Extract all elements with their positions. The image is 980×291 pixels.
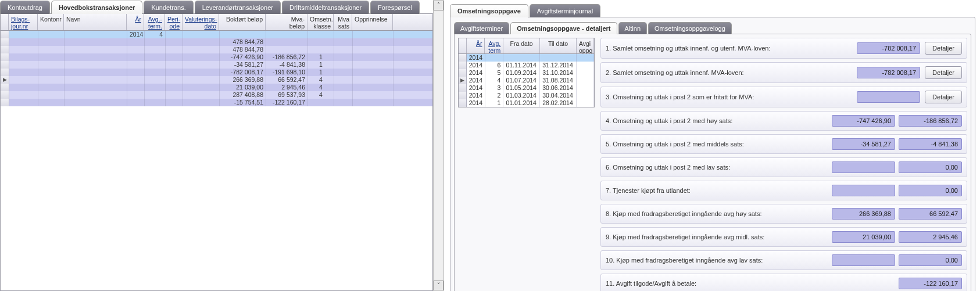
- detaljer-button[interactable]: Detaljer: [925, 42, 962, 55]
- detail-value-1: -782 008,17: [857, 67, 920, 78]
- detail-value-1: [832, 185, 895, 196]
- column-header[interactable]: Fra dato: [503, 38, 540, 53]
- detail-value-2: 0,00: [899, 185, 962, 196]
- detail-label: 8. Kjøp med fradragsberetiget inngående …: [606, 210, 828, 217]
- detail-value-2: 0,00: [899, 254, 962, 266]
- vat-detail-row: 7. Tjenester kjøpt fra utlandet: 0,00: [600, 181, 967, 200]
- vat-detail-row: 5. Omsetning og uttak i post 2 med midde…: [600, 134, 967, 154]
- detail-value-1: -782 008,17: [857, 42, 920, 54]
- subtab-omsetningsoppgave-detaljert[interactable]: Omsetningsoppgave - detaljert: [510, 22, 617, 34]
- vat-detail-row: 4. Omsetning og uttak i post 2 med høy s…: [600, 111, 967, 131]
- tab-kundetrans-[interactable]: Kundetrans.: [144, 1, 193, 14]
- vertical-scrollbar[interactable]: ˄ ˅: [434, 0, 444, 291]
- detail-value-1: [832, 161, 895, 173]
- detail-value-1: 21 039,00: [832, 231, 895, 243]
- right-top-tabs: OmsetningsoppgaveAvgiftsterminjournal: [450, 3, 975, 17]
- detaljer-button[interactable]: Detaljer: [925, 66, 962, 79]
- detail-value-2: -186 856,72: [899, 115, 962, 127]
- column-header[interactable]: Avg.-term.: [144, 14, 165, 30]
- detail-value-2: 66 592,47: [899, 208, 962, 220]
- detaljer-button[interactable]: Detaljer: [925, 91, 962, 103]
- column-header[interactable]: Mvasats: [334, 14, 352, 30]
- subtab-avgiftsterminer[interactable]: Avgiftsterminer: [454, 22, 509, 34]
- detail-value-2: -4 841,38: [899, 138, 962, 150]
- detail-label: 1. Samlet omsetning og uttak innenf. og …: [606, 45, 853, 52]
- detail-value-1: -34 581,27: [832, 138, 895, 150]
- vat-detail-list: 1. Samlet omsetning og uttak innenf. og …: [600, 38, 967, 291]
- detail-value-2: -122 160,17: [899, 278, 962, 289]
- column-header[interactable]: Mva-beløp: [266, 14, 307, 30]
- tab-omsetningsoppgave[interactable]: Omsetningsoppgave: [450, 4, 528, 17]
- table-row[interactable]: 20144: [1, 31, 432, 38]
- table-row[interactable]: -34 581,27-4 841,381: [1, 61, 432, 69]
- vat-detail-row: 3. Omsetning og uttak i post 2 som er fr…: [600, 87, 967, 107]
- ledger-grid: Bilags-jour.nrKontonrNavnÅrAvg.-term.Per…: [0, 13, 433, 291]
- detail-value-2: 0,00: [899, 161, 962, 173]
- vat-detail-row: 9. Kjøp med fradragsberetiget inngående …: [600, 227, 967, 247]
- column-header[interactable]: Omsetn.klasse: [307, 14, 334, 30]
- table-row[interactable]: 2014301.05.201430.06.2014: [459, 84, 594, 92]
- vat-detail-row: 11. Avgift tilgode/Avgift å betale:-122 …: [600, 274, 967, 291]
- column-header[interactable]: [1, 14, 9, 30]
- table-row[interactable]: 2014101.01.201428.02.2014: [459, 99, 594, 107]
- subtab-altinn[interactable]: Altinn: [618, 22, 648, 34]
- column-header[interactable]: Kontonr: [38, 14, 64, 30]
- vat-detail-row: 8. Kjøp med fradragsberetiget inngående …: [600, 204, 967, 224]
- table-row[interactable]: 2014501.09.201431.10.2014: [459, 69, 594, 77]
- column-header[interactable]: Bilags-jour.nr: [9, 14, 38, 30]
- vat-detail-row: 6. Omsetning og uttak i post 2 med lav s…: [600, 157, 967, 177]
- vat-detail-row: 1. Samlet omsetning og uttak innenf. og …: [600, 38, 967, 59]
- left-tabs: KontoutdragHovedbokstransaksjonerKundetr…: [0, 0, 433, 13]
- detail-label: 11. Avgift tilgode/Avgift å betale:: [606, 280, 895, 287]
- column-header[interactable]: Avgioppg: [577, 38, 594, 53]
- table-row[interactable]: ▶2014401.07.201431.08.2014: [459, 77, 594, 84]
- table-row[interactable]: 2014601.11.201431.12.2014: [459, 62, 594, 69]
- vat-detail-row: 10. Kjøp med fradragsberetiget inngående…: [600, 250, 967, 270]
- detail-value-1: 266 369,88: [832, 208, 895, 220]
- scroll-up-icon[interactable]: ˄: [434, 1, 443, 10]
- table-row[interactable]: 21 039,002 945,464: [1, 84, 432, 91]
- right-sub-tabs: AvgiftsterminerOmsetningsoppgave - detal…: [454, 22, 971, 34]
- table-row[interactable]: 478 844,78: [1, 46, 432, 53]
- tab-kontoutdrag[interactable]: Kontoutdrag: [0, 1, 50, 14]
- detail-label: 9. Kjøp med fradragsberetiget inngående …: [606, 233, 828, 240]
- detail-value-1: [857, 91, 920, 103]
- column-header[interactable]: Opprinnelse: [352, 14, 393, 30]
- detail-value-2: 2 945,46: [899, 231, 962, 243]
- column-header[interactable]: Avg.term: [485, 38, 503, 53]
- column-header[interactable]: Bokført beløp: [219, 14, 266, 30]
- detail-label: 10. Kjøp med fradragsberetiget inngående…: [606, 257, 828, 264]
- table-row[interactable]: -15 754,51-122 160,17: [1, 99, 432, 106]
- column-header[interactable]: Valuterings-dato: [183, 14, 219, 30]
- tab-driftsmiddeltransaksjoner[interactable]: Driftsmiddeltransaksjoner: [282, 1, 369, 14]
- tab-avgiftsterminjournal[interactable]: Avgiftsterminjournal: [530, 4, 600, 17]
- detail-label: 2. Samlet omsetning og uttak innenf. MVA…: [606, 69, 853, 76]
- vat-detail-row: 2. Samlet omsetning og uttak innenf. MVA…: [600, 62, 967, 83]
- table-row[interactable]: -747 426,90-186 856,721: [1, 53, 432, 61]
- subtab-omsetningsoppgavelogg[interactable]: Omsetningsoppgavelogg: [648, 22, 732, 34]
- column-header[interactable]: [459, 38, 467, 53]
- column-header[interactable]: År: [467, 38, 485, 53]
- column-header[interactable]: Navn: [64, 14, 127, 30]
- detail-label: 6. Omsetning og uttak i post 2 med lav s…: [606, 164, 828, 171]
- column-header[interactable]: Til dato: [540, 38, 577, 53]
- table-row[interactable]: -782 008,17-191 698,101: [1, 69, 432, 76]
- periods-grid: ÅrAvg.termFra datoTil datoAvgioppg 20142…: [458, 38, 595, 107]
- table-row[interactable]: 2014: [459, 54, 594, 62]
- column-header[interactable]: Peri-ode: [165, 14, 183, 30]
- detail-label: 3. Omsetning og uttak i post 2 som er fr…: [606, 94, 853, 100]
- tab-hovedbokstransaksjoner[interactable]: Hovedbokstransaksjoner: [51, 1, 142, 14]
- table-row[interactable]: 287 408,8869 537,934: [1, 91, 432, 99]
- table-row[interactable]: 2014201.03.201430.04.2014: [459, 92, 594, 99]
- tab-leverand-rtransaksjoner[interactable]: Leverandørtransaksjoner: [195, 1, 281, 14]
- detail-label: 4. Omsetning og uttak i post 2 med høy s…: [606, 117, 828, 124]
- column-header[interactable]: År: [127, 14, 144, 30]
- detail-label: 7. Tjenester kjøpt fra utlandet:: [606, 187, 828, 194]
- tab-foresp-rsel[interactable]: Forespørsel: [370, 1, 420, 14]
- table-row[interactable]: ▶266 369,8866 592,474: [1, 76, 432, 84]
- detail-value-1: -747 426,90: [832, 115, 895, 127]
- detail-label: 5. Omsetning og uttak i post 2 med midde…: [606, 141, 828, 148]
- detail-value-1: [832, 254, 895, 266]
- table-row[interactable]: 478 844,78: [1, 38, 432, 46]
- scroll-down-icon[interactable]: ˅: [434, 281, 443, 290]
